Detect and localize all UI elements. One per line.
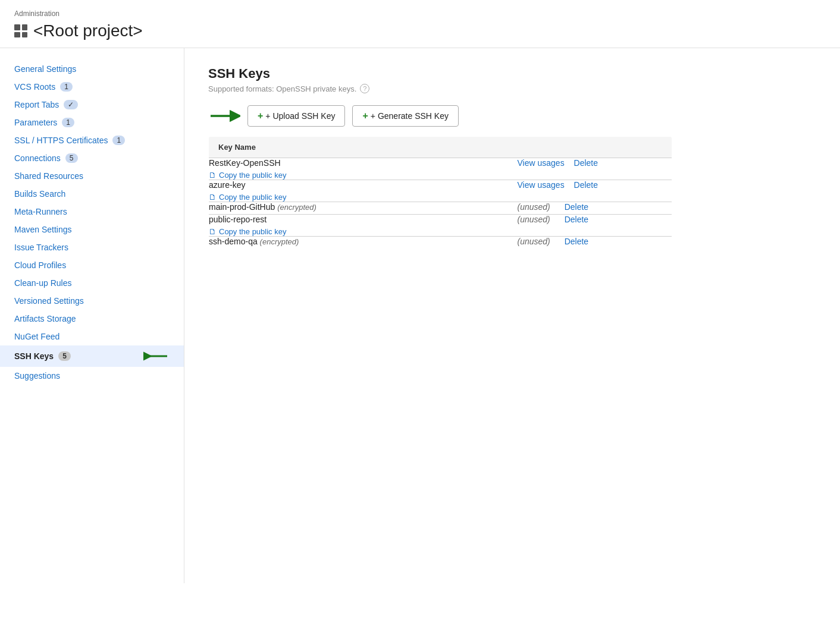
sidebar-item-cleanup-rules[interactable]: Clean-up Rules [0,274,184,292]
view-usages-restkey[interactable]: View usages [518,158,565,168]
key-cell-azure: azure-key 🗋 Copy the public key [209,180,518,202]
sidebar-item-issue-trackers[interactable]: Issue Trackers [0,238,184,256]
copy-public-key-link-azure[interactable]: 🗋 Copy the public key [209,193,286,202]
copy-icon: 🗋 [209,227,217,236]
sidebar-item-builds-search[interactable]: Builds Search [0,185,184,203]
ssh-keys-badge: 5 [58,351,71,361]
sidebar-item-meta-runners[interactable]: Meta-Runners [0,203,184,221]
upload-ssh-key-button[interactable]: + + Upload SSH Key [247,105,345,127]
sidebar: General Settings VCS Roots 1 Report Tabs… [0,48,184,583]
generate-ssh-key-button[interactable]: + + Generate SSH Key [352,105,458,127]
main-content: SSH Keys Supported formats: OpenSSH priv… [184,48,840,583]
ssh-keys-table: Key Name RestKey-OpenSSH 🗋 Copy the publ… [208,136,672,249]
delete-azure[interactable]: Delete [574,180,598,190]
help-icon[interactable]: ? [360,84,369,93]
unused-label-ssh-demo: (unused) [518,237,550,246]
content-subtitle: Supported formats: OpenSSH private keys.… [208,84,816,93]
action-cell-ssh-demo: (unused) Delete [518,237,672,249]
key-cell-restkey: RestKey-OpenSSH 🗋 Copy the public key [209,158,518,180]
right-arrow-annotation [208,108,240,124]
key-name-restkey: RestKey-OpenSSH [209,158,518,168]
sidebar-item-vcs-roots[interactable]: VCS Roots 1 [0,78,184,96]
action-cell-public-repo: (unused) Delete [518,215,672,237]
parameters-badge: 1 [62,118,74,127]
table-header-key-name: Key Name [209,137,518,158]
delete-ssh-demo[interactable]: Delete [565,237,588,246]
copy-icon: 🗋 [209,171,217,180]
key-cell-ssh-demo: ssh-demo-qa (encrypted) [209,237,518,249]
sidebar-item-parameters[interactable]: Parameters 1 [0,114,184,131]
sidebar-item-ssh-keys[interactable]: SSH Keys 5 [0,345,184,367]
action-cell-azure: View usages Delete [518,180,672,202]
sidebar-item-maven-settings[interactable]: Maven Settings [0,221,184,238]
sidebar-item-suggestions[interactable]: Suggestions [0,367,184,385]
key-name-main-prod: main-prod-GitHub (encrypted) [209,202,518,212]
unused-label-main-prod: (unused) [518,202,550,212]
table-header-actions [518,137,672,158]
delete-main-prod[interactable]: Delete [565,202,588,212]
unused-label-public-repo: (unused) [518,215,550,224]
action-cell-main-prod: (unused) Delete [518,202,672,215]
copy-icon: 🗋 [209,193,217,202]
sidebar-item-report-tabs[interactable]: Report Tabs ✓ [0,96,184,114]
sidebar-item-ssl-certs[interactable]: SSL / HTTPS Certificates 1 [0,131,184,149]
connections-badge: 5 [65,153,78,163]
copy-public-key-link-public-repo[interactable]: 🗋 Copy the public key [209,227,286,236]
key-name-ssh-demo: ssh-demo-qa (encrypted) [209,237,518,246]
sidebar-item-cloud-profiles[interactable]: Cloud Profiles [0,256,184,274]
key-cell-main-prod: main-prod-GitHub (encrypted) [209,202,518,215]
grid-icon [14,24,27,37]
content-title: SSH Keys [208,66,816,81]
ssl-certs-badge: 1 [112,136,125,145]
sidebar-item-nuget-feed[interactable]: NuGet Feed [0,328,184,345]
breadcrumb: Administration [14,10,826,18]
key-cell-public-repo: public-repo-rest 🗋 Copy the public key [209,215,518,237]
sidebar-item-general-settings[interactable]: General Settings [0,60,184,78]
actions-row: + + Upload SSH Key + + Generate SSH Key [208,105,816,127]
key-name-azure: azure-key [209,180,518,190]
view-usages-azure[interactable]: View usages [518,180,565,190]
table-row: main-prod-GitHub (encrypted) (unused) De… [209,202,672,215]
sidebar-item-artifacts-storage[interactable]: Artifacts Storage [0,310,184,328]
delete-restkey[interactable]: Delete [574,158,598,168]
sidebar-item-versioned-settings[interactable]: Versioned Settings [0,292,184,310]
table-row: ssh-demo-qa (encrypted) (unused) Delete [209,237,672,249]
report-tabs-badge: ✓ [64,100,78,109]
copy-public-key-link-restkey[interactable]: 🗋 Copy the public key [209,171,286,180]
vcs-roots-badge: 1 [60,82,73,92]
key-name-public-repo: public-repo-rest [209,215,518,224]
table-row: RestKey-OpenSSH 🗋 Copy the public key Vi… [209,158,672,180]
sidebar-item-shared-resources[interactable]: Shared Resources [0,167,184,185]
delete-public-repo[interactable]: Delete [565,215,588,224]
table-row: azure-key 🗋 Copy the public key View usa… [209,180,672,202]
action-cell-restkey: View usages Delete [518,158,672,180]
page-title: <Root project> [33,21,143,40]
sidebar-item-connections[interactable]: Connections 5 [0,149,184,167]
table-row: public-repo-rest 🗋 Copy the public key (… [209,215,672,237]
left-arrow-annotation [143,350,170,363]
